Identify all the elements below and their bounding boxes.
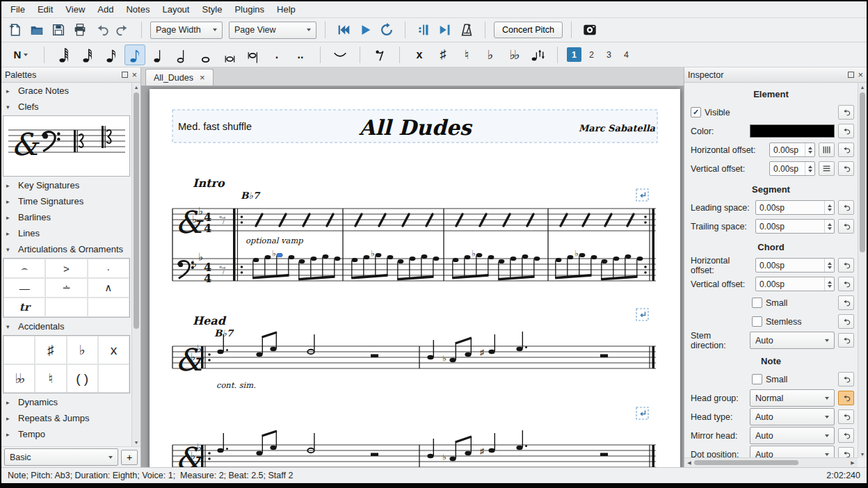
parentheses-cell[interactable]: ( )	[67, 364, 98, 393]
duration-half-button[interactable]	[172, 44, 193, 65]
note-input-mode-button[interactable]: N	[7, 44, 35, 65]
system-break-icon[interactable]	[636, 189, 648, 201]
mirror-head-select[interactable]: Auto	[750, 427, 835, 444]
close-icon[interactable]: ×	[200, 74, 205, 81]
metronome-button[interactable]	[457, 20, 476, 40]
palette-item-tempo[interactable]: ▸Tempo	[1, 426, 132, 442]
menu-layout[interactable]: Layout	[156, 2, 195, 17]
inspector-scrollbar[interactable]: ▲ ▼	[858, 83, 867, 458]
rehearsal-mark-head[interactable]: Head	[193, 314, 227, 327]
score-canvas[interactable]: Med. fast shuffle All Dudes Marc Sabatel…	[141, 86, 684, 467]
palette-item-accidentals[interactable]: ▾Accidentals	[1, 318, 132, 334]
float-panel-icon[interactable]	[122, 72, 128, 78]
vertical-offset-spin[interactable]: 0.00sp	[769, 161, 815, 176]
head-type-select[interactable]: Auto	[750, 408, 835, 425]
tenuto-cell[interactable]: —	[3, 278, 45, 298]
duration-64th-button[interactable]	[54, 44, 74, 65]
leading-space-spin[interactable]: 0.00sp	[755, 200, 835, 215]
system-break-icon[interactable]	[636, 309, 648, 320]
chord-vertical-offset-spin[interactable]: 0.00sp	[755, 277, 835, 291]
flat-cell[interactable]: ♭	[67, 336, 98, 364]
natural-button[interactable]: ♮	[456, 44, 477, 65]
reset-head-type-button[interactable]	[838, 409, 854, 424]
trill-cell[interactable]: tr	[3, 298, 45, 317]
voice-3-button[interactable]: 3	[602, 47, 616, 62]
menu-style[interactable]: Style	[195, 2, 228, 17]
chord-horizontal-offset-spin[interactable]: 0.00sp	[755, 258, 835, 273]
reset-dot-position-button[interactable]	[838, 447, 854, 458]
menu-help[interactable]: Help	[271, 2, 302, 17]
palettes-scrollbar[interactable]: ▲ ▼	[131, 83, 140, 446]
rest-button[interactable]	[369, 44, 390, 65]
palette-item-lines[interactable]: ▸Lines	[1, 225, 132, 241]
redo-button[interactable]	[113, 20, 133, 40]
menu-plugins[interactable]: Plugins	[228, 2, 271, 17]
tab-all-dudes[interactable]: All_Dudes ×	[145, 69, 214, 86]
scrollbar-thumb[interactable]	[860, 92, 865, 252]
rewind-button[interactable]	[334, 20, 353, 40]
close-icon[interactable]: ×	[858, 72, 863, 79]
empty-cell[interactable]	[98, 364, 129, 393]
scroll-down-icon[interactable]: ▼	[858, 450, 867, 458]
horizontal-offset-spin[interactable]: 0.00sp	[769, 143, 815, 157]
flip-direction-button[interactable]	[527, 44, 548, 65]
system-3[interactable]	[172, 430, 656, 467]
reset-mirror-head-button[interactable]	[838, 428, 854, 443]
palette-item-time-signatures[interactable]: ▸Time Signatures	[1, 193, 132, 209]
duration-32nd-button[interactable]	[77, 44, 98, 65]
chord-symbol[interactable]: B♭7	[214, 327, 234, 339]
portato-cell[interactable]: ∸	[45, 278, 87, 298]
image-capture-button[interactable]	[580, 20, 600, 40]
spin-arrows[interactable]	[805, 143, 814, 156]
inspector-horizontal-scrollbar[interactable]: ◀ ▶	[684, 457, 858, 467]
head-group-select[interactable]: Normal	[750, 389, 835, 407]
spin-arrows[interactable]	[824, 259, 834, 272]
reset-vertical-offset-button[interactable]	[838, 161, 854, 176]
palette-item-articulations[interactable]: ▾Articulations & Ornaments	[1, 241, 132, 257]
voice-2-button[interactable]: 2	[584, 47, 599, 62]
reset-visible-button[interactable]	[838, 105, 854, 120]
fermata-cell[interactable]: ⌢	[3, 259, 45, 278]
expression-text[interactable]: cont. sim.	[216, 380, 256, 390]
flat-button[interactable]: ♭	[480, 44, 501, 65]
selected-note[interactable]	[277, 253, 283, 257]
color-swatch[interactable]	[750, 124, 835, 138]
concert-pitch-button[interactable]: Concert Pitch	[494, 22, 563, 38]
melody-notes[interactable]: ♭ ♯	[217, 332, 608, 364]
stem-direction-select[interactable]: Auto	[750, 332, 835, 349]
reset-leading-space-button[interactable]	[838, 200, 854, 215]
empty-cell[interactable]	[3, 336, 35, 364]
loop-playback-button[interactable]	[377, 20, 396, 40]
print-button[interactable]	[70, 20, 90, 40]
palette-item-clefs[interactable]: ▾Clefs	[1, 99, 132, 115]
reset-chord-vertical-button[interactable]	[838, 277, 854, 291]
time-signature[interactable]: 4	[204, 222, 211, 235]
scrollbar-thumb[interactable]	[694, 460, 798, 465]
save-button[interactable]	[49, 20, 68, 40]
play-repeats-button[interactable]	[414, 20, 433, 40]
reset-head-group-button[interactable]	[838, 391, 854, 405]
staccato-cell[interactable]: ·	[88, 259, 129, 278]
duration-16th-button[interactable]	[101, 44, 122, 65]
play-button[interactable]	[355, 20, 375, 40]
dot-position-select[interactable]: Auto	[750, 446, 835, 458]
duration-longa-button[interactable]	[243, 44, 264, 65]
trailing-space-spin[interactable]: 0.00sp	[755, 219, 835, 234]
menu-file[interactable]: File	[4, 2, 31, 17]
double-flat-button[interactable]: ♭♭	[504, 44, 524, 65]
menu-edit[interactable]: Edit	[31, 2, 59, 17]
sharp-button[interactable]: ♯	[433, 44, 453, 65]
tie-button[interactable]	[330, 44, 351, 65]
note-small-checkbox[interactable]	[752, 374, 762, 384]
scroll-up-icon[interactable]: ▲	[132, 83, 140, 91]
scroll-up-icon[interactable]: ▲	[858, 83, 867, 91]
double-flat-cell[interactable]: ♭♭	[3, 364, 35, 393]
reset-note-small-button[interactable]	[838, 372, 854, 387]
system-2[interactable]: & ♭♭ ♭	[172, 332, 656, 377]
chord-small-checkbox[interactable]	[752, 298, 762, 308]
close-icon[interactable]: ×	[131, 72, 137, 79]
palette-item-repeats-jumps[interactable]: ▸Repeats & Jumps	[1, 410, 132, 426]
expression-text[interactable]: optional vamp	[246, 236, 303, 245]
rehearsal-mark-intro[interactable]: Intro	[193, 177, 225, 190]
time-signature[interactable]: 4	[204, 272, 211, 285]
